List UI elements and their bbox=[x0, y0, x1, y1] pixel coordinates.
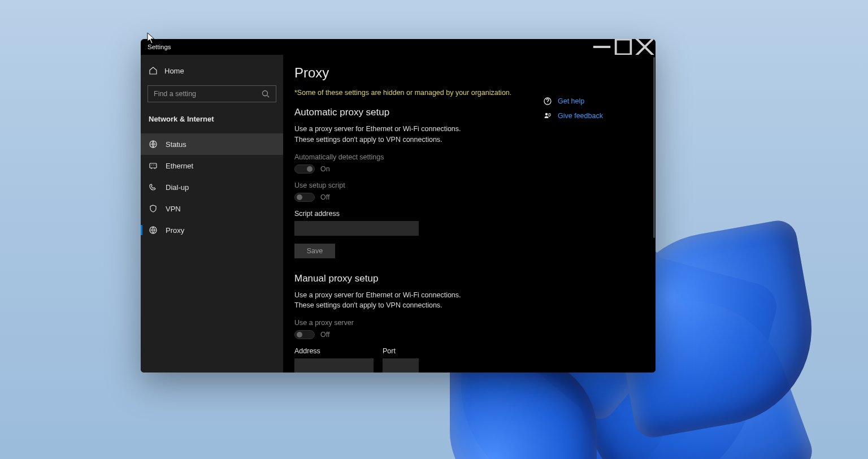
get-help-label: Get help bbox=[558, 97, 584, 105]
auto-desc: Use a proxy server for Ethernet or Wi-Fi… bbox=[294, 124, 481, 145]
vpn-icon bbox=[149, 204, 158, 213]
setup-script-toggle bbox=[294, 193, 315, 202]
manual-address-label: Address bbox=[294, 347, 374, 355]
svg-point-6 bbox=[545, 113, 548, 115]
ethernet-icon bbox=[149, 161, 158, 170]
manual-port-input[interactable] bbox=[383, 358, 419, 373]
dialup-icon bbox=[149, 183, 158, 192]
sidebar-item-status[interactable]: Status bbox=[141, 133, 283, 155]
auto-detect-state: On bbox=[320, 165, 330, 173]
home-label: Home bbox=[164, 67, 184, 75]
give-feedback-label: Give feedback bbox=[558, 112, 603, 120]
org-warning: *Some of these settings are hidden or ma… bbox=[294, 89, 526, 97]
auto-heading: Automatic proxy setup bbox=[294, 107, 526, 118]
use-proxy-toggle bbox=[294, 330, 315, 339]
window-title: Settings bbox=[147, 44, 171, 50]
svg-rect-3 bbox=[150, 163, 157, 168]
search-input[interactable] bbox=[154, 90, 261, 98]
auto-detect-toggle bbox=[294, 164, 315, 174]
sidebar-item-dialup[interactable]: Dial-up bbox=[141, 176, 283, 198]
aside-links: Get help Give feedback bbox=[543, 97, 603, 373]
title-bar: Settings bbox=[141, 39, 656, 55]
give-feedback-link[interactable]: Give feedback bbox=[543, 111, 603, 120]
script-address-input[interactable] bbox=[294, 221, 419, 236]
get-help-link[interactable]: Get help bbox=[543, 97, 603, 106]
status-icon bbox=[149, 140, 158, 149]
search-icon bbox=[261, 89, 270, 98]
maximize-button[interactable] bbox=[613, 39, 634, 55]
main-panel: Proxy *Some of these settings are hidden… bbox=[283, 55, 656, 373]
script-address-label: Script address bbox=[294, 210, 526, 218]
sidebar-item-label: Status bbox=[166, 140, 186, 149]
setup-script-state: Off bbox=[320, 193, 329, 201]
setup-script-label: Use setup script bbox=[294, 181, 526, 189]
auto-save-button[interactable]: Save bbox=[294, 244, 335, 258]
sidebar-item-label: Ethernet bbox=[166, 162, 193, 170]
manual-address-input[interactable] bbox=[294, 358, 374, 373]
svg-rect-0 bbox=[616, 40, 631, 55]
feedback-icon bbox=[543, 111, 552, 120]
sidebar-item-label: Dial-up bbox=[166, 183, 189, 192]
svg-point-1 bbox=[263, 91, 268, 96]
auto-detect-label: Automatically detect settings bbox=[294, 153, 526, 161]
sidebar-item-label: Proxy bbox=[166, 226, 184, 235]
sidebar-section: Network & Internet bbox=[141, 111, 283, 133]
search-box[interactable] bbox=[147, 85, 276, 102]
use-proxy-state: Off bbox=[320, 331, 329, 339]
manual-port-label: Port bbox=[383, 347, 419, 355]
use-proxy-label: Use a proxy server bbox=[294, 319, 526, 327]
sidebar-item-proxy[interactable]: Proxy bbox=[141, 219, 283, 241]
sidebar-item-ethernet[interactable]: Ethernet bbox=[141, 155, 283, 176]
settings-window: Settings Home bbox=[141, 39, 656, 373]
minimize-button[interactable] bbox=[591, 39, 613, 55]
sidebar-item-vpn[interactable]: VPN bbox=[141, 198, 283, 219]
home-icon bbox=[149, 66, 158, 75]
manual-desc: Use a proxy server for Ethernet or Wi-Fi… bbox=[294, 290, 481, 311]
proxy-icon bbox=[149, 226, 158, 235]
help-icon bbox=[543, 97, 552, 106]
scrollbar[interactable] bbox=[653, 57, 655, 238]
sidebar-home[interactable]: Home bbox=[141, 59, 283, 83]
page-title: Proxy bbox=[294, 65, 526, 81]
close-button[interactable] bbox=[634, 39, 656, 55]
sidebar-item-label: VPN bbox=[166, 205, 181, 213]
sidebar: Home Network & Internet Status bbox=[141, 55, 283, 373]
sidebar-nav: Status Ethernet Dial-up bbox=[141, 133, 283, 241]
manual-heading: Manual proxy setup bbox=[294, 273, 526, 284]
